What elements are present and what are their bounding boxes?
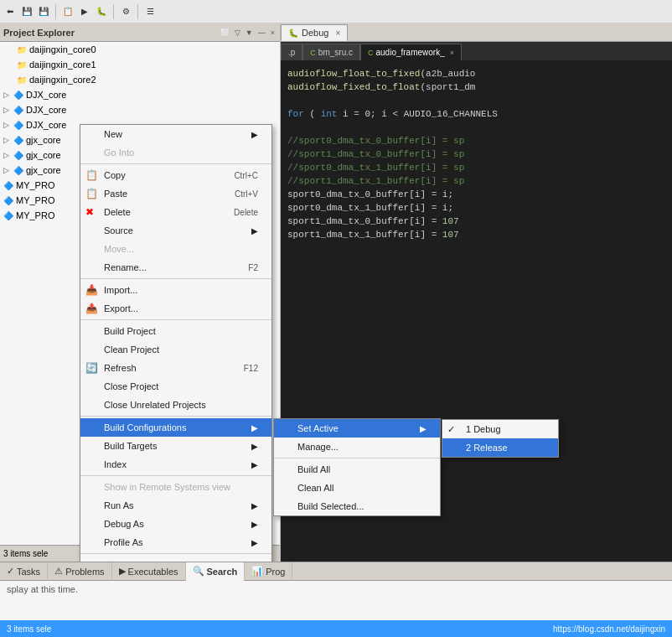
menu-item-debugas[interactable]: Debug As ▶ — [80, 515, 271, 533]
toolbar-icon-save2[interactable]: 💾 — [37, 5, 50, 18]
submenu-label-buildselected: Build Selected... — [297, 501, 364, 511]
toolbar-icon-settings[interactable]: ⚙ — [119, 5, 132, 18]
menu-label-import: Import... — [104, 285, 137, 295]
menu-item-runas[interactable]: Run As ▶ — [80, 496, 271, 515]
menu-item-index[interactable]: Index ▶ — [80, 455, 271, 474]
menu-item-import[interactable]: 📥 Import... — [80, 281, 271, 299]
menu-item-source[interactable]: Source ▶ — [80, 221, 271, 240]
code-line-sport1tx0: sport1_dma_tx_0_buffer[i] = 107 — [287, 215, 665, 228]
project-explorer-panel: Project Explorer ⬜ ▽ ▼ — × 📁 daijingxin_… — [0, 23, 281, 562]
menu-label-profileas: Profile As — [104, 537, 142, 547]
menu-item-closeunrelated[interactable]: Close Unrelated Projects — [80, 396, 271, 414]
submenu-item-buildall[interactable]: Build All — [274, 460, 440, 479]
menu-item-move: Move... — [80, 240, 271, 258]
menu-item-export[interactable]: 📤 Export... — [80, 299, 271, 318]
menu-arrow-buildconfigs: ▶ — [251, 423, 258, 432]
tab-search[interactable]: 🔍 Search — [186, 562, 246, 581]
main-layout: Project Explorer ⬜ ▽ ▼ — × 📁 daijingxin_… — [0, 23, 672, 637]
check-icon-debug: ✓ — [447, 424, 455, 435]
menu-item-buildtargets[interactable]: Build Targets ▶ — [80, 437, 271, 455]
submenu-item-debug[interactable]: ✓ 1 Debug — [442, 420, 558, 438]
toolbar-icon-copy[interactable]: 📋 — [61, 5, 75, 18]
panel-icon-dash[interactable]: — — [256, 28, 267, 38]
menu-item-profileas[interactable]: Profile As ▶ — [80, 533, 271, 552]
menu-sep-4 — [80, 416, 271, 417]
folder-icon-core2: 📁 — [17, 75, 27, 85]
menu-item-rename[interactable]: Rename... F2 — [80, 258, 271, 277]
tree-item-djx2[interactable]: ▷ 🔷 DJX_core — [0, 102, 280, 117]
editor-tab-p[interactable]: .p — [281, 44, 302, 60]
tab-progress[interactable]: 📊 Prog — [245, 562, 292, 581]
editor-tabs: .p C bm_sru.c C audio_framework_ × — [281, 42, 672, 60]
project-icon-djx2: 🔷 — [13, 106, 23, 115]
toolbar-icon-back[interactable]: ⬅ — [3, 5, 17, 18]
menu-label-showremote: Show in Remote Systems view — [104, 482, 230, 492]
menu-arrow-profileas: ▶ — [251, 538, 258, 547]
menu-item-closeproject[interactable]: Close Project — [80, 377, 271, 396]
menu-label-debugas: Debug As — [104, 519, 144, 529]
project-icon-mypro3: 🔷 — [3, 211, 13, 220]
tree-label-gjx3: gjx_core — [26, 165, 61, 175]
editor-tab-bmsru[interactable]: C bm_sru.c — [302, 44, 360, 60]
tree-label-mypro2: MY_PRO — [16, 195, 54, 205]
submenu-item-cleanall[interactable]: Clean All — [274, 479, 440, 497]
tree-item-djx1[interactable]: ▷ 🔷 DJX_core — [0, 87, 280, 102]
editor-tab-audio[interactable]: C audio_framework_ × — [360, 44, 462, 60]
menu-shortcut-rename: F2 — [248, 263, 258, 272]
panel-icon-arrow[interactable]: ▽ — [233, 28, 242, 38]
menu-label-closeproject: Close Project — [104, 381, 158, 391]
menu-shortcut-delete: Delete — [234, 208, 258, 217]
menu-label-refresh: Refresh — [104, 363, 137, 373]
menu-arrow-buildtargets: ▶ — [251, 442, 258, 451]
bottom-tabs: ✓ Tasks ⚠ Problems ▶ Executables 🔍 Searc… — [0, 562, 672, 581]
panel-icon-close[interactable]: × — [269, 28, 277, 38]
tree-item-core1[interactable]: 📁 daijingxin_core1 — [0, 57, 280, 72]
menu-label-buildtargets: Build Targets — [104, 441, 157, 451]
tree-item-core2[interactable]: 📁 daijingxin_core2 — [0, 72, 280, 87]
panel-icon-minimize[interactable]: ⬜ — [219, 28, 231, 38]
menu-label-new: New — [104, 129, 122, 139]
toolbar-icon-save[interactable]: 💾 — [20, 5, 34, 18]
toolbar-icon-more[interactable]: ☰ — [143, 5, 157, 18]
debug-tab[interactable]: 🐛 Debug × — [281, 24, 348, 41]
menu-item-refresh[interactable]: 🔄 Refresh F12 — [80, 359, 271, 377]
menu-item-buildconfigs[interactable]: Build Configurations ▶ Set Active ▶ ✓ 1 … — [80, 418, 271, 437]
code-keyword-for: for — [287, 109, 304, 119]
toolbar-icon-debug[interactable]: 🐛 — [95, 5, 108, 18]
tree-label-djx1: DJX_core — [26, 90, 66, 100]
submenu-item-buildselected[interactable]: Build Selected... — [274, 497, 440, 515]
submenu-item-manage: Manage... — [274, 438, 440, 456]
submenu-item-release[interactable]: 2 Release — [442, 438, 558, 457]
menu-label-runas: Run As — [104, 500, 133, 510]
menu-item-showremote: Show in Remote Systems view — [80, 478, 271, 496]
panel-icon-arrow2[interactable]: ▼ — [244, 28, 255, 38]
menu-label-export: Export... — [104, 303, 138, 313]
menu-item-delete[interactable]: ✖ Delete Delete — [80, 203, 271, 221]
menu-item-paste[interactable]: 📋 Paste Ctrl+V — [80, 184, 271, 203]
menu-sep-6 — [80, 553, 271, 554]
toolbar-sep-1 — [55, 4, 56, 19]
tab-tasks[interactable]: ✓ Tasks — [0, 562, 48, 581]
workspace: Project Explorer ⬜ ▽ ▼ — × 📁 daijingxin_… — [0, 23, 672, 562]
menu-label-copy: Copy — [104, 170, 126, 180]
expand-djx3: ▷ — [3, 121, 13, 129]
menu-item-build[interactable]: Build Project — [80, 322, 271, 340]
toolbar-icon-run[interactable]: ▶ — [78, 5, 91, 18]
delete-icon: ✖ — [85, 206, 94, 218]
menu-item-copy[interactable]: 📋 Copy Ctrl+C — [80, 166, 271, 184]
project-icon-gjx2: 🔷 — [13, 151, 23, 160]
submenu-item-setactive[interactable]: Set Active ▶ ✓ 1 Debug 2 Release — [274, 419, 440, 438]
bottom-content-text: splay at this time. — [7, 584, 78, 594]
menu-item-restore[interactable]: Restore from Local History... — [80, 556, 271, 562]
editor-tab-audio-close[interactable]: × — [450, 49, 454, 57]
debug-tab-bar: 🐛 Debug × — [281, 23, 672, 42]
project-icon-gjx1: 🔷 — [13, 136, 23, 145]
menu-item-clean[interactable]: Clean Project — [80, 340, 271, 359]
tab-problems[interactable]: ⚠ Problems — [48, 562, 111, 581]
debug-tab-close[interactable]: × — [335, 28, 340, 38]
tree-item-core0[interactable]: 📁 daijingxin_core0 — [0, 42, 280, 57]
code-comment-2: //sport1_dma_tx_0_buffer[i] = sp — [287, 148, 665, 161]
tab-executables[interactable]: ▶ Executables — [112, 562, 186, 581]
paste-icon: 📋 — [85, 188, 98, 199]
menu-item-new[interactable]: New ▶ — [80, 125, 271, 143]
